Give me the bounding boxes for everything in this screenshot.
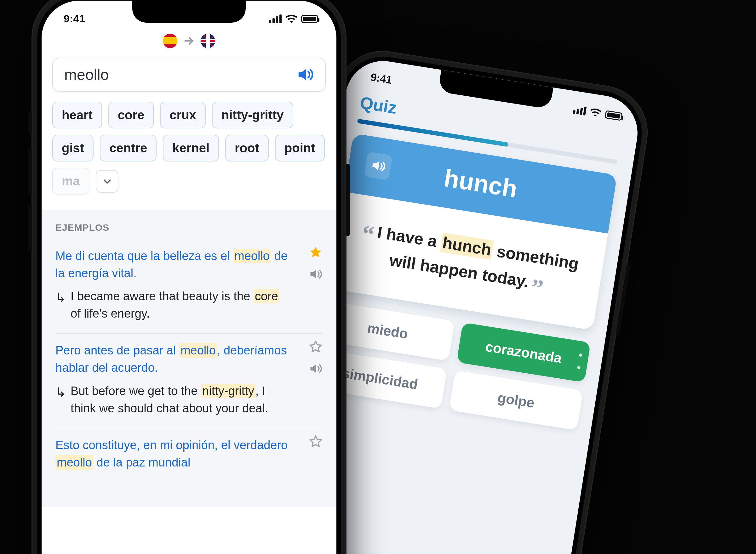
example-item: Pero antes de pasar al meollo, deberíamo… xyxy=(55,334,322,428)
star-icon[interactable] xyxy=(309,245,322,259)
chip[interactable]: point xyxy=(275,135,325,162)
arrow-right-icon xyxy=(184,37,194,45)
cellular-icon xyxy=(573,105,587,115)
star-icon[interactable] xyxy=(309,435,322,449)
quiz-card: hunch “I have a hunch something will hap… xyxy=(329,133,617,331)
chip[interactable]: core xyxy=(108,102,154,128)
chevron-down-icon xyxy=(102,176,112,186)
battery-icon xyxy=(604,110,622,120)
language-direction[interactable] xyxy=(42,34,337,48)
status-time: 9:41 xyxy=(370,71,393,86)
speaker-icon[interactable] xyxy=(297,67,314,82)
status-time: 9:41 xyxy=(64,13,85,25)
example-translation: ↳ But before we get to the nitty-gritty,… xyxy=(55,382,322,417)
device-notch xyxy=(132,1,246,23)
star-icon[interactable] xyxy=(309,340,322,354)
example-source: Me di cuenta que la belleza es el meollo… xyxy=(55,247,322,282)
dictionary-phone: 9:41 meollo heart core crux nitty-gritty xyxy=(32,0,347,554)
drag-handle-icon xyxy=(577,353,583,370)
examples-header: EJEMPLOS xyxy=(42,210,337,239)
chip[interactable]: kernel xyxy=(163,135,219,162)
wifi-icon xyxy=(590,108,602,117)
expand-chips-button[interactable] xyxy=(96,170,118,192)
speaker-icon[interactable] xyxy=(309,363,322,375)
quote-open-icon: “ xyxy=(360,220,376,248)
return-arrow-icon: ↳ xyxy=(55,383,66,418)
chip[interactable]: centre xyxy=(100,135,157,162)
wifi-icon xyxy=(286,15,297,23)
translation-chips: heart core crux nitty-gritty gist centre… xyxy=(52,102,330,195)
example-item: Me di cuenta que la belleza es el meollo… xyxy=(55,239,322,334)
chip-overflow[interactable]: ma xyxy=(52,168,90,195)
speaker-icon[interactable] xyxy=(309,268,322,280)
example-item: Esto constituye, en mi opinión, el verda… xyxy=(55,428,322,482)
chip[interactable]: root xyxy=(225,135,269,162)
cellular-icon xyxy=(269,14,282,23)
search-input[interactable]: meollo xyxy=(52,58,326,92)
chip[interactable]: crux xyxy=(160,102,206,128)
search-term: meollo xyxy=(64,66,109,84)
flag-uk-icon xyxy=(201,34,215,48)
example-source: Pero antes de pasar al meollo, deberíamo… xyxy=(55,342,322,377)
chip[interactable]: nitty-gritty xyxy=(212,102,293,128)
battery-icon xyxy=(301,15,318,23)
example-translation: ↳ I became aware that beauty is the core… xyxy=(55,288,322,322)
chip[interactable]: heart xyxy=(52,102,102,128)
answer-option[interactable]: golpe xyxy=(449,371,583,431)
quiz-sentence: “I have a hunch something will happen to… xyxy=(353,217,585,302)
example-source: Esto constituye, en mi opinión, el verda… xyxy=(55,437,322,471)
return-arrow-icon: ↳ xyxy=(55,288,66,323)
examples-list: Me di cuenta que la belleza es el meollo… xyxy=(42,239,337,507)
quote-close-icon: ” xyxy=(529,274,545,301)
chip[interactable]: gist xyxy=(52,135,94,162)
flag-spain-icon xyxy=(163,34,178,48)
